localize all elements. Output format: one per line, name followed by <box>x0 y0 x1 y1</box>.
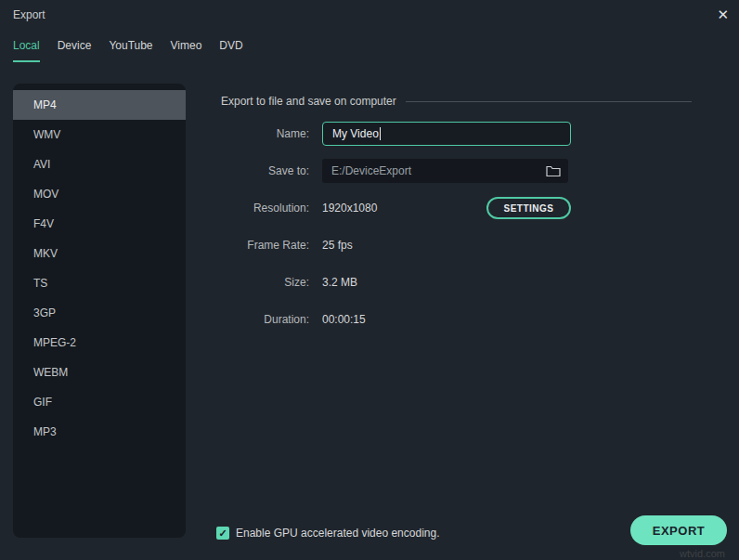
frame-rate-label: Frame Rate: <box>221 239 309 252</box>
tab-youtube[interactable]: YouTube <box>109 39 152 62</box>
watermark: wtvid.com <box>680 548 725 559</box>
format-list: MP4 WMV AVI MOV F4V MKV TS 3GP MPEG-2 WE… <box>13 84 186 538</box>
save-to-row: Save to: E:/DeviceExport <box>221 159 694 183</box>
save-to-field[interactable]: E:/DeviceExport <box>322 159 568 183</box>
settings-button[interactable]: SETTINGS <box>486 197 571 219</box>
section-title: Export to file and save on computer <box>221 95 396 108</box>
tab-dvd[interactable]: DVD <box>219 39 242 62</box>
save-to-value: E:/DeviceExport <box>331 164 546 177</box>
format-item-mov[interactable]: MOV <box>13 179 186 209</box>
format-item-mpeg2[interactable]: MPEG-2 <box>13 328 186 358</box>
section-divider <box>406 101 692 102</box>
section-header: Export to file and save on computer <box>221 95 692 108</box>
format-item-3gp[interactable]: 3GP <box>13 298 186 328</box>
export-dialog: Export ✕ Local Device YouTube Vimeo DVD … <box>0 0 739 560</box>
size-row: Size: 3.2 MB <box>221 270 694 294</box>
folder-icon[interactable] <box>546 164 561 177</box>
close-icon[interactable]: ✕ <box>717 7 729 23</box>
name-input-value: My Video <box>332 127 379 140</box>
format-item-wmv[interactable]: WMV <box>13 120 186 150</box>
name-row: Name: My Video <box>221 122 694 146</box>
tab-device[interactable]: Device <box>58 39 92 62</box>
resolution-value: 1920x1080 <box>322 202 377 215</box>
export-button[interactable]: EXPORT <box>630 515 727 545</box>
name-input[interactable]: My Video <box>322 122 571 146</box>
tab-vimeo[interactable]: Vimeo <box>171 39 202 62</box>
export-tabs: Local Device YouTube Vimeo DVD <box>13 39 243 62</box>
text-caret <box>380 127 381 140</box>
name-label: Name: <box>221 127 309 140</box>
size-value: 3.2 MB <box>322 276 357 289</box>
format-item-ts[interactable]: TS <box>13 268 186 298</box>
gpu-checkbox[interactable]: ✓ <box>216 527 229 540</box>
format-item-gif[interactable]: GIF <box>13 387 186 417</box>
dialog-title: Export <box>13 8 45 21</box>
gpu-encoding-option: ✓ Enable GPU accelerated video encoding. <box>216 527 439 540</box>
gpu-checkbox-label: Enable GPU accelerated video encoding. <box>236 527 439 540</box>
format-item-mkv[interactable]: MKV <box>13 239 186 268</box>
format-item-webm[interactable]: WEBM <box>13 358 186 387</box>
frame-rate-value: 25 fps <box>322 239 353 252</box>
duration-row: Duration: 00:00:15 <box>221 307 694 332</box>
format-item-mp4[interactable]: MP4 <box>13 90 186 120</box>
save-to-label: Save to: <box>221 164 309 177</box>
resolution-label: Resolution: <box>221 202 309 215</box>
format-item-avi[interactable]: AVI <box>13 150 186 179</box>
size-label: Size: <box>221 276 309 289</box>
format-item-mp3[interactable]: MP3 <box>13 417 186 447</box>
resolution-row: Resolution: 1920x1080 SETTINGS <box>221 196 694 220</box>
frame-rate-row: Frame Rate: 25 fps <box>221 233 694 257</box>
duration-label: Duration: <box>221 313 309 326</box>
duration-value: 00:00:15 <box>322 313 366 326</box>
tab-local[interactable]: Local <box>13 39 40 62</box>
format-item-f4v[interactable]: F4V <box>13 209 186 239</box>
